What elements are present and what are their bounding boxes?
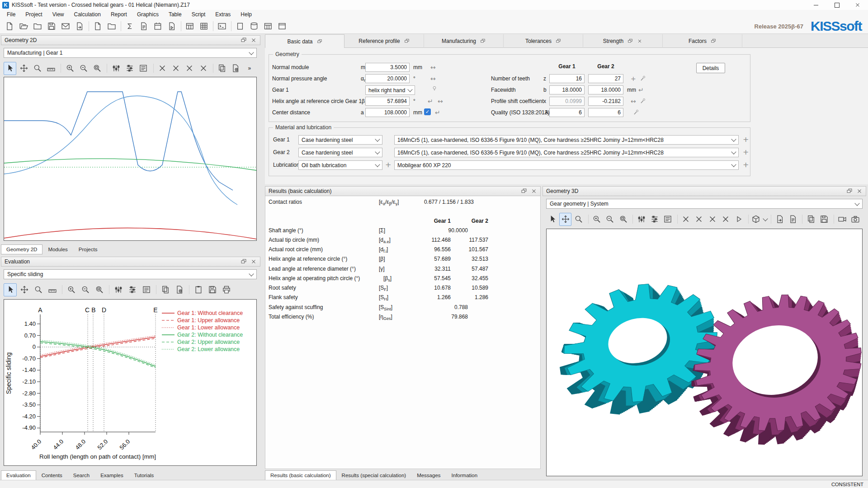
convert-icon[interactable]: ↔ — [631, 98, 636, 104]
save-graphic-button[interactable] — [206, 283, 219, 296]
report-button[interactable] — [138, 20, 150, 32]
pan-tool-button[interactable] — [17, 62, 30, 75]
section-op4-button[interactable] — [719, 213, 731, 226]
open-project-button[interactable] — [18, 20, 29, 32]
menu-table[interactable]: Table — [164, 10, 187, 19]
section-op2-button[interactable] — [693, 213, 705, 226]
float-panel-icon[interactable] — [241, 37, 247, 43]
zoom-in-button[interactable] — [591, 213, 603, 226]
database-button[interactable] — [248, 20, 260, 32]
copy-graphic-button[interactable] — [159, 283, 172, 296]
save-3d-button[interactable] — [818, 213, 830, 226]
calculate-button[interactable] — [124, 20, 136, 32]
copy-3d-button[interactable] — [805, 213, 817, 226]
tab-reference-profile[interactable]: Reference profile — [344, 34, 424, 48]
enter-icon[interactable]: ↵ — [428, 98, 433, 104]
zoom-in-button[interactable] — [65, 283, 78, 296]
new-file-button[interactable] — [4, 20, 15, 32]
evaluation-view-select[interactable]: Specific sliding — [4, 269, 257, 279]
send-email-button[interactable] — [60, 20, 71, 32]
report-3d-button[interactable] — [787, 213, 799, 226]
plus-icon[interactable]: + — [631, 75, 636, 82]
helix-angle-input[interactable] — [365, 97, 410, 106]
tab-basic-data[interactable]: Basic data — [265, 34, 344, 48]
tab-geometry-2d[interactable]: Geometry 2D — [1, 244, 42, 254]
tab-contents[interactable]: Contents — [36, 470, 68, 480]
facewidth-gear1-input[interactable] — [549, 85, 585, 94]
tab-tolerances[interactable]: Tolerances — [504, 34, 583, 48]
evaluation-chart-canvas[interactable]: 1.40 0.70 0 -0.70 -1.40 -2.10 -2.80 -3.5… — [4, 299, 257, 466]
section-op3-button[interactable] — [706, 213, 718, 226]
open-file-button[interactable] — [32, 20, 43, 32]
geometry-op1-button[interactable] — [156, 62, 169, 75]
results-grid-button[interactable] — [262, 20, 274, 32]
normal-module-input[interactable] — [365, 63, 410, 72]
section-op1-button[interactable] — [680, 213, 692, 226]
zoom-in-button[interactable] — [63, 62, 76, 75]
profile-shift-gear2-input[interactable] — [588, 97, 623, 106]
copy-graphic-button[interactable] — [216, 62, 228, 75]
menu-script[interactable]: Script — [187, 10, 211, 19]
zoom-out-button[interactable] — [604, 213, 616, 226]
tab-projects[interactable]: Projects — [73, 244, 103, 254]
measure-tool-button[interactable] — [46, 283, 59, 296]
properties-button[interactable] — [635, 213, 647, 226]
graphic-report-button[interactable] — [173, 283, 186, 296]
solid-mode-button[interactable] — [751, 213, 768, 226]
enter-icon[interactable]: ↵ — [435, 109, 440, 116]
geometry3d-canvas[interactable] — [546, 229, 863, 476]
tab-evaluation[interactable]: Evaluation — [1, 470, 36, 480]
zoom-tool-button[interactable] — [572, 213, 585, 226]
menu-project[interactable]: Project — [20, 10, 47, 19]
float-tab-icon[interactable] — [627, 38, 633, 44]
close-panel-icon[interactable] — [856, 188, 863, 194]
lubricant-select[interactable]: Mobilgear 600 XP 220 — [394, 160, 739, 170]
zoom-out-button[interactable] — [77, 62, 90, 75]
tab-examples[interactable]: Examples — [95, 470, 129, 480]
record-video-button[interactable] — [836, 213, 849, 226]
menu-help[interactable]: Help — [236, 10, 257, 19]
orbit-tool-button[interactable] — [559, 213, 571, 226]
tab-results-special[interactable]: Results (special calculation) — [336, 470, 412, 480]
settings-button[interactable] — [123, 62, 136, 75]
properties-button[interactable] — [109, 62, 122, 75]
tab-modules[interactable]: Modules — [42, 244, 73, 254]
wrench-icon[interactable] — [640, 75, 646, 81]
zoom-tool-button[interactable] — [31, 62, 44, 75]
close-tab-icon[interactable] — [637, 38, 642, 44]
enter-icon[interactable]: ↵ — [638, 87, 644, 93]
teeth-gear1-input[interactable] — [549, 74, 585, 83]
settings-button[interactable] — [126, 283, 139, 296]
new-window-button[interactable] — [276, 20, 288, 32]
profile-shift-gear1-input[interactable] — [549, 97, 585, 106]
geometry-op3-button[interactable] — [183, 62, 196, 75]
save-button[interactable] — [46, 20, 57, 32]
snapshot-button[interactable] — [849, 213, 862, 226]
more-tools-button[interactable]: » — [243, 62, 256, 75]
graphic-report-button[interactable] — [229, 62, 242, 75]
layers-list-button[interactable] — [137, 62, 150, 75]
float-panel-icon[interactable] — [846, 188, 853, 194]
close-panel-icon[interactable] — [250, 258, 257, 265]
center-distance-checkbox[interactable]: ✓ — [424, 108, 431, 115]
layers-list-button[interactable] — [662, 213, 674, 226]
export-button[interactable] — [74, 20, 85, 32]
zoom-fit-button[interactable] — [93, 283, 106, 296]
facewidth-gear2-input[interactable] — [588, 85, 623, 94]
select-tool-button[interactable] — [546, 213, 558, 226]
material-gear2-type-select[interactable]: Case hardening steel — [298, 148, 382, 157]
lubrication-type-select[interactable]: Oil bath lubrication — [298, 160, 382, 170]
tab-strength[interactable]: Strength — [583, 34, 663, 48]
wrench-icon[interactable] — [633, 109, 639, 115]
pressure-angle-input[interactable] — [365, 74, 410, 83]
measure-tool-button[interactable] — [45, 62, 57, 75]
menu-report[interactable]: Report — [106, 10, 132, 19]
minimize-button[interactable] — [806, 0, 826, 10]
maximize-button[interactable] — [826, 0, 847, 10]
convert-icon[interactable]: ↔ — [438, 98, 443, 104]
float-tab-icon[interactable] — [711, 38, 716, 44]
settings-button[interactable] — [648, 213, 660, 226]
geometry-op4-button[interactable] — [197, 62, 210, 75]
menu-view[interactable]: View — [47, 10, 69, 19]
material-gear1-type-select[interactable]: Case hardening steel — [298, 135, 382, 145]
